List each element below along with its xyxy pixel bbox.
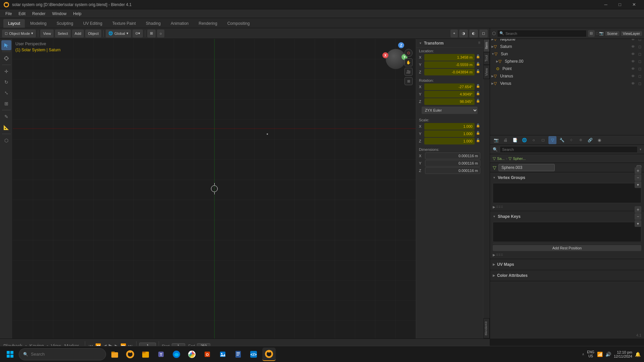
lock-x-btn[interactable]: 🔓 [476, 55, 480, 60]
outliner-item-saturn[interactable]: ▶ ▽ Saturn 👁 ◻ [490, 43, 644, 50]
outliner-item-venus[interactable]: ▶ ▽ Venus 👁 ◻ [490, 80, 644, 87]
rotation-y-input[interactable] [424, 91, 475, 98]
pivot-selector[interactable]: ⊙▾ [132, 29, 143, 38]
outliner-filter-btn[interactable]: ⊟ [588, 30, 595, 37]
visible-icon[interactable]: 👁 [630, 80, 636, 86]
lock-ry-btn[interactable]: 🔓 [476, 92, 480, 97]
lock-sy-btn[interactable]: 🔓 [476, 131, 480, 136]
dim-x-input[interactable] [425, 153, 480, 159]
tray-expand-btn[interactable]: ∧ [582, 352, 584, 356]
tab-layout[interactable]: Layout [3, 19, 25, 28]
hide-icon[interactable]: ◻ [637, 44, 643, 50]
menu-help[interactable]: Help [70, 9, 85, 18]
add-rest-position-btn[interactable]: Add Rest Position [493, 245, 641, 251]
menu-file[interactable]: File [2, 9, 15, 18]
taskbar-app-photos[interactable] [216, 348, 229, 361]
object-props-btn[interactable]: □ [539, 136, 547, 144]
lock-sx-btn[interactable]: 🔓 [476, 124, 480, 129]
rotation-z-input[interactable] [424, 98, 475, 105]
viewport-3d[interactable]: User Perspective (1) Solar System | Satu… [13, 39, 416, 339]
tab-modeling[interactable]: Modeling [25, 19, 51, 28]
lang-indicator[interactable]: ENG US [587, 350, 594, 358]
output-props-btn[interactable]: 🖨 [501, 136, 509, 144]
menu-render[interactable]: Render [29, 9, 49, 18]
add-shape-key-btn[interactable]: + [635, 206, 641, 213]
visible-icon[interactable]: 👁 [630, 51, 636, 57]
viewport-shading[interactable]: ◐ [469, 29, 478, 38]
outliner-item-point[interactable]: ⊙ Point 👁 ◻ [490, 65, 644, 72]
rotate-tool-btn[interactable]: ↻ [1, 77, 11, 87]
tab-uv-editing[interactable]: UV Editing [78, 19, 107, 28]
color-attributes-header[interactable]: ▶ Color Attributes [493, 272, 641, 280]
material-props-btn[interactable]: ◉ [595, 136, 603, 144]
tab-item[interactable]: Item [483, 39, 490, 52]
volume-icon[interactable]: 🔊 [605, 352, 611, 357]
tab-animation[interactable]: Animation [166, 19, 193, 28]
remove-shape-key-btn[interactable]: − [635, 213, 641, 220]
mode-selector[interactable]: ◻ Object Mode ▾ [2, 29, 36, 38]
tab-view[interactable]: View [483, 65, 490, 79]
taskbar-app-blender[interactable] [123, 348, 137, 361]
menu-window[interactable]: Window [49, 9, 70, 18]
wifi-icon[interactable]: 📶 [597, 352, 603, 357]
vertex-groups-header[interactable]: ▼ Vertex Groups + − ▼ [493, 174, 641, 182]
properties-search-input[interactable] [500, 146, 638, 153]
scene-props-btn[interactable]: 🌐 [520, 136, 528, 144]
transform-selector[interactable]: 🌐 Global ▾ [106, 29, 131, 38]
hide-icon[interactable]: ◻ [637, 51, 643, 57]
add-menu[interactable]: Add [72, 29, 84, 38]
taskbar-app-explorer[interactable] [108, 348, 121, 361]
visible-icon[interactable]: 👁 [630, 66, 636, 72]
gizmo-z-axis[interactable]: Z [398, 42, 404, 48]
mesh-props-btn[interactable]: ▽ [548, 136, 556, 144]
tab-blenderkit[interactable]: BlenderKit [483, 318, 490, 339]
notification-btn[interactable]: 🔔 [635, 352, 641, 357]
dim-y-input[interactable] [425, 160, 480, 167]
lock-rz-btn[interactable]: 🔓 [476, 99, 480, 104]
vg-expand-btn[interactable]: ▼ [635, 181, 641, 188]
sk-expand-btn[interactable]: ▼ [635, 220, 641, 227]
location-z-input[interactable] [424, 69, 475, 75]
visible-icon[interactable]: 👁 [630, 58, 636, 64]
outliner-item-uranus[interactable]: ▶ ▽ Uranus 👁 ◻ [490, 72, 644, 80]
remove-vertex-group-btn[interactable]: − [635, 174, 641, 181]
tab-tool[interactable]: Tool [483, 52, 490, 65]
add-vertex-group-btn[interactable]: + [635, 167, 641, 174]
scale-y-input[interactable] [424, 130, 475, 137]
outliner-item-sphere00[interactable]: ▶ ▽ Sphere.00 👁 ◻ [490, 58, 644, 65]
tab-sculpting[interactable]: Sculpting [52, 19, 78, 28]
hide-icon[interactable]: ◻ [637, 58, 643, 64]
visible-icon[interactable]: 👁 [630, 44, 636, 50]
hide-icon[interactable]: ◻ [637, 73, 643, 79]
lock-y-btn[interactable]: 🔓 [476, 62, 480, 67]
render-props-btn[interactable]: 📷 [492, 136, 500, 144]
camera-lock-btn[interactable]: ⊙ [405, 49, 413, 57]
taskbar-app-office[interactable]: O [201, 348, 214, 361]
expand-arrow-icon[interactable]: ▶ [493, 205, 495, 209]
taskbar-app-chrome[interactable] [185, 348, 199, 361]
lock-rx-btn[interactable]: 🔓 [476, 84, 480, 89]
taskbar-app-blender-active[interactable] [262, 348, 276, 361]
maximize-button[interactable]: □ [613, 0, 627, 9]
taskbar-search[interactable]: 🔍 [19, 348, 106, 360]
select-menu[interactable]: Select [55, 29, 71, 38]
world-props-btn[interactable]: ○ [530, 136, 538, 144]
tab-rendering[interactable]: Rendering [194, 19, 222, 28]
minimize-button[interactable]: ─ [599, 0, 612, 9]
snap-toggle[interactable]: ⊞ [147, 29, 156, 38]
transform-tool-btn[interactable]: ⊞ [1, 99, 11, 109]
lock-sz-btn[interactable]: 🔓 [476, 138, 480, 144]
breadcrumb-part1[interactable]: Sa... [497, 157, 505, 161]
viewport-gizmo[interactable]: Z X Y ⊙ ✋ 🎥 ⊞ [382, 46, 409, 72]
location-x-input[interactable] [424, 54, 475, 61]
taskbar-app-vscode[interactable]: </> [247, 348, 260, 361]
taskbar-search-input[interactable] [31, 352, 102, 357]
gizmo-toggle[interactable]: ⌖ [450, 29, 458, 38]
clock-display[interactable]: 12:10 pm 12/11/2024 [614, 350, 632, 358]
hide-icon[interactable]: ◻ [637, 80, 643, 86]
gizmo-x-axis[interactable]: X [382, 52, 388, 58]
taskbar-app-notepad[interactable] [231, 348, 245, 361]
tab-shading[interactable]: Shading [141, 19, 165, 28]
shape-keys-header[interactable]: ▼ Shape Keys + − ▼ [493, 213, 641, 221]
overlay-toggle[interactable]: ◑ [459, 29, 468, 38]
